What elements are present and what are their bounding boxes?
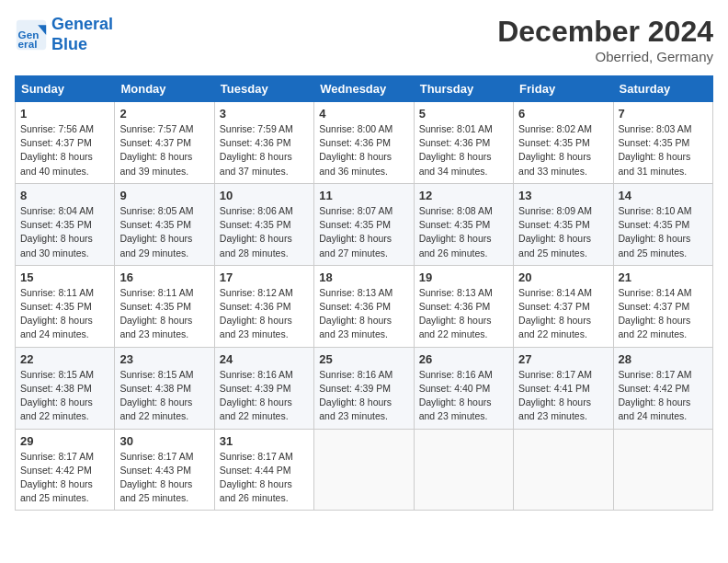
day-number: 5: [419, 107, 508, 121]
calendar-cell: 13Sunrise: 8:09 AMSunset: 4:35 PMDayligh…: [514, 183, 613, 265]
cell-line: Sunrise: 7:59 AM: [220, 122, 309, 136]
cell-line: and 34 minutes.: [419, 165, 508, 178]
day-number: 25: [319, 352, 408, 366]
cell-line: Daylight: 8 hours: [419, 314, 508, 327]
cell-line: Daylight: 8 hours: [319, 396, 408, 409]
cell-line: and 25 minutes.: [119, 491, 209, 505]
calendar-cell: 22Sunrise: 8:15 AMSunset: 4:38 PMDayligh…: [16, 347, 115, 429]
calendar-cell: 19Sunrise: 8:13 AMSunset: 4:36 PMDayligh…: [414, 265, 513, 347]
cell-line: and 30 minutes.: [20, 247, 109, 260]
cell-content: Sunrise: 8:11 AMSunset: 4:35 PMDaylight:…: [119, 286, 209, 342]
cell-line: Sunrise: 8:12 AM: [220, 286, 309, 300]
day-header-tuesday: Tuesday: [214, 76, 313, 102]
cell-content: Sunrise: 8:11 AMSunset: 4:35 PMDaylight:…: [20, 286, 109, 342]
cell-line: Daylight: 8 hours: [119, 477, 209, 491]
cell-line: Sunset: 4:44 PM: [220, 464, 309, 477]
cell-line: Sunset: 4:35 PM: [20, 218, 109, 232]
day-number: 8: [20, 189, 109, 202]
cell-line: and 23 minutes.: [119, 327, 209, 341]
calendar-cell: 23Sunrise: 8:15 AMSunset: 4:38 PMDayligh…: [115, 347, 214, 429]
cell-content: Sunrise: 8:13 AMSunset: 4:36 PMDaylight:…: [419, 286, 508, 342]
calendar-header-row: SundayMondayTuesdayWednesdayThursdayFrid…: [16, 76, 713, 102]
cell-line: Sunrise: 8:07 AM: [319, 204, 408, 218]
cell-line: and 25 minutes.: [619, 247, 708, 260]
cell-line: and 25 minutes.: [518, 247, 608, 260]
cell-line: Daylight: 8 hours: [419, 232, 508, 246]
cell-line: Sunrise: 8:00 AM: [319, 122, 408, 136]
cell-content: Sunrise: 8:14 AMSunset: 4:37 PMDaylight:…: [518, 286, 608, 342]
cell-line: Sunrise: 8:15 AM: [119, 368, 209, 382]
cell-line: Daylight: 8 hours: [119, 396, 209, 409]
cell-line: Sunrise: 8:10 AM: [619, 204, 708, 218]
cell-line: Sunrise: 8:17 AM: [20, 450, 109, 464]
calendar-cell: [514, 429, 613, 511]
cell-line: and 22 minutes.: [220, 409, 309, 423]
calendar-cell: [314, 429, 414, 511]
cell-line: Sunset: 4:39 PM: [319, 382, 408, 396]
day-header-wednesday: Wednesday: [314, 76, 414, 102]
cell-line: Daylight: 8 hours: [20, 396, 109, 409]
cell-line: Sunset: 4:37 PM: [119, 136, 209, 150]
cell-line: Sunset: 4:37 PM: [518, 300, 608, 314]
calendar-cell: 30Sunrise: 8:17 AMSunset: 4:43 PMDayligh…: [115, 429, 214, 511]
cell-line: Sunrise: 8:01 AM: [419, 122, 508, 136]
cell-content: Sunrise: 8:05 AMSunset: 4:35 PMDaylight:…: [119, 204, 209, 260]
cell-line: and 27 minutes.: [319, 247, 408, 260]
logo-icon: Gen eral: [15, 18, 48, 52]
title-block: December 2024 Oberried, Germany: [497, 15, 713, 64]
cell-line: Daylight: 8 hours: [518, 314, 608, 327]
cell-line: Sunrise: 8:13 AM: [419, 286, 508, 300]
cell-line: Sunset: 4:42 PM: [20, 464, 109, 477]
cell-line: Sunrise: 8:17 AM: [518, 368, 608, 382]
cell-line: and 22 minutes.: [20, 409, 109, 423]
cell-line: Daylight: 8 hours: [220, 396, 309, 409]
cell-line: and 29 minutes.: [119, 247, 209, 260]
day-number: 29: [20, 434, 109, 448]
cell-line: Sunset: 4:35 PM: [518, 218, 608, 232]
cell-content: Sunrise: 8:04 AMSunset: 4:35 PMDaylight:…: [20, 204, 109, 260]
cell-line: Sunrise: 8:03 AM: [619, 122, 708, 136]
logo: Gen eral General Blue: [15, 15, 113, 54]
day-number: 28: [619, 352, 708, 366]
cell-content: Sunrise: 8:07 AMSunset: 4:35 PMDaylight:…: [319, 204, 408, 260]
cell-content: Sunrise: 8:15 AMSunset: 4:38 PMDaylight:…: [119, 368, 209, 424]
cell-line: Sunrise: 8:11 AM: [20, 286, 109, 300]
calendar-cell: 2Sunrise: 7:57 AMSunset: 4:37 PMDaylight…: [115, 102, 214, 184]
cell-line: Daylight: 8 hours: [20, 477, 109, 491]
cell-content: Sunrise: 8:00 AMSunset: 4:36 PMDaylight:…: [319, 122, 408, 178]
cell-line: Daylight: 8 hours: [518, 150, 608, 164]
day-header-friday: Friday: [514, 76, 613, 102]
calendar-cell: 26Sunrise: 8:16 AMSunset: 4:40 PMDayligh…: [414, 347, 513, 429]
day-header-sunday: Sunday: [16, 76, 115, 102]
cell-line: Sunset: 4:35 PM: [20, 300, 109, 314]
calendar-cell: 24Sunrise: 8:16 AMSunset: 4:39 PMDayligh…: [214, 347, 313, 429]
cell-line: Daylight: 8 hours: [419, 396, 508, 409]
cell-line: and 22 minutes.: [119, 409, 209, 423]
cell-line: and 23 minutes.: [319, 327, 408, 341]
cell-line: Sunset: 4:35 PM: [419, 218, 508, 232]
day-number: 1: [20, 107, 109, 121]
calendar-cell: 25Sunrise: 8:16 AMSunset: 4:39 PMDayligh…: [314, 347, 414, 429]
cell-line: and 22 minutes.: [419, 327, 508, 341]
calendar-cell: 12Sunrise: 8:08 AMSunset: 4:35 PMDayligh…: [414, 183, 513, 265]
cell-line: Sunset: 4:35 PM: [119, 218, 209, 232]
day-number: 7: [619, 107, 708, 121]
day-number: 2: [119, 107, 209, 121]
cell-line: Daylight: 8 hours: [220, 477, 309, 491]
day-number: 15: [20, 270, 109, 284]
cell-line: Daylight: 8 hours: [20, 314, 109, 327]
cell-content: Sunrise: 7:57 AMSunset: 4:37 PMDaylight:…: [119, 122, 209, 178]
cell-content: Sunrise: 8:03 AMSunset: 4:35 PMDaylight:…: [619, 122, 708, 178]
cell-content: Sunrise: 8:17 AMSunset: 4:41 PMDaylight:…: [518, 368, 608, 424]
calendar-cell: 6Sunrise: 8:02 AMSunset: 4:35 PMDaylight…: [514, 102, 613, 184]
svg-text:eral: eral: [18, 38, 38, 50]
cell-line: Daylight: 8 hours: [220, 150, 309, 164]
day-number: 24: [220, 352, 309, 366]
day-number: 14: [619, 189, 708, 202]
cell-line: Sunset: 4:36 PM: [319, 300, 408, 314]
calendar-body: 1Sunrise: 7:56 AMSunset: 4:37 PMDaylight…: [16, 102, 713, 511]
day-number: 23: [119, 352, 209, 366]
cell-line: and 40 minutes.: [20, 165, 109, 178]
cell-line: and 23 minutes.: [220, 327, 309, 341]
day-number: 3: [220, 107, 309, 121]
